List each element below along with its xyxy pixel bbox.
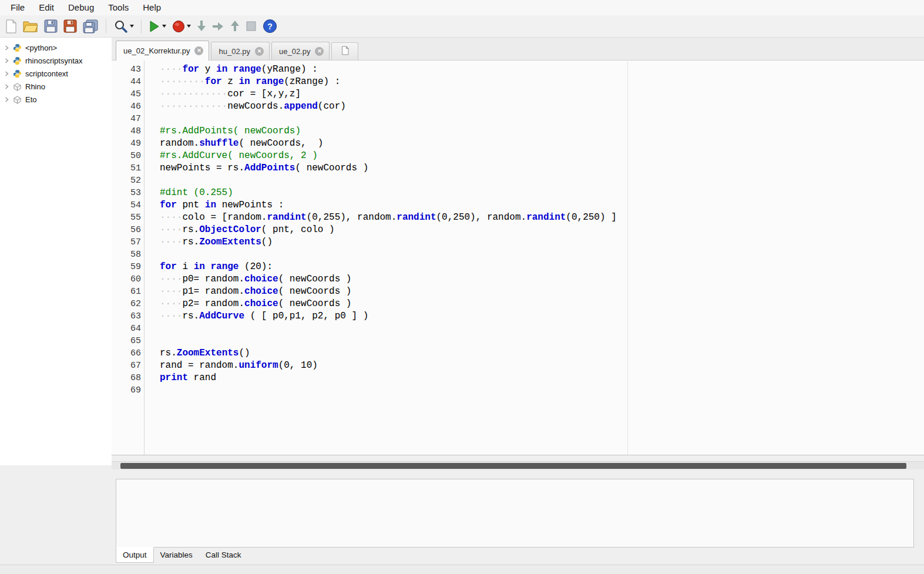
run-script-button[interactable] [146, 17, 169, 36]
line-number[interactable]: 49 [112, 137, 144, 150]
code-line[interactable] [160, 335, 924, 347]
code-line[interactable]: #rs.AddPoints( newCoords) [160, 125, 924, 137]
code-line[interactable] [160, 323, 924, 335]
pause-button[interactable] [243, 17, 259, 36]
bottom-tab-variables[interactable]: Variables [154, 548, 199, 563]
step-over-button[interactable] [210, 17, 227, 36]
code-line[interactable]: ····rs.ZoomExtents() [160, 236, 924, 249]
sidebar-item-scriptcontext[interactable]: scriptcontext [0, 67, 112, 80]
line-number[interactable]: 50 [112, 150, 144, 162]
sidebar-item-eto[interactable]: Eto [0, 93, 112, 106]
code-line[interactable] [160, 384, 924, 397]
code-line[interactable]: #rs.AddCurve( newCoords, 2 ) [160, 150, 924, 162]
new-file-button[interactable] [3, 17, 19, 36]
code-line[interactable]: ····colo = [random.randint(0,255), rando… [160, 212, 924, 224]
close-icon[interactable]: ✕ [194, 46, 203, 55]
line-number[interactable]: 52 [112, 174, 144, 187]
stop-script-button[interactable] [170, 17, 193, 36]
code-line[interactable]: rand = random.uniform(0, 10) [160, 360, 924, 372]
close-icon[interactable]: ✕ [315, 47, 324, 56]
code-line[interactable] [160, 249, 924, 261]
open-file-button[interactable] [21, 17, 41, 36]
line-number[interactable]: 53 [112, 187, 144, 199]
line-number[interactable]: 51 [112, 162, 144, 174]
code-editor[interactable]: 4344454647484950515253545556575859606162… [112, 61, 924, 455]
close-icon[interactable]: ✕ [255, 47, 264, 56]
menu-item-file[interactable]: File [4, 0, 32, 15]
line-number[interactable]: 57 [112, 236, 144, 249]
code-line[interactable]: print rand [160, 372, 924, 384]
line-number[interactable]: 60 [112, 273, 144, 286]
code-line[interactable]: ············newCoords.append(cor) [160, 100, 924, 113]
line-number[interactable]: 65 [112, 335, 144, 347]
sidebar-item-rhinoscriptsyntax[interactable]: rhinoscriptsyntax [0, 54, 112, 67]
code-line[interactable]: rs.ZoomExtents() [160, 347, 924, 360]
code-line[interactable]: ····for y in range(yRange) : [160, 63, 924, 76]
line-number[interactable]: 45 [112, 88, 144, 100]
code-line[interactable]: ····rs.AddCurve ( [ p0,p1, p2, p0 ] ) [160, 310, 924, 323]
line-number[interactable]: 44 [112, 76, 144, 88]
step-into-button[interactable] [194, 17, 209, 36]
line-number[interactable]: 46 [112, 100, 144, 113]
code-line[interactable]: ····p1= random.choice( newCoords ) [160, 286, 924, 298]
code-area[interactable]: ····for y in range(yRange) :········for … [145, 61, 924, 455]
search-button[interactable] [111, 17, 136, 36]
line-number[interactable]: 58 [112, 249, 144, 261]
new-tab-button[interactable] [331, 42, 358, 60]
output-panel[interactable] [116, 479, 914, 548]
chevron-right-icon[interactable] [4, 71, 9, 76]
code-line[interactable]: ····p2= random.choice( newCoords ) [160, 298, 924, 310]
code-line[interactable]: #dint (0.255) [160, 187, 924, 199]
line-number[interactable]: 62 [112, 298, 144, 310]
chevron-right-icon[interactable] [4, 84, 9, 89]
horizontal-scrollbar-thumb[interactable] [120, 463, 906, 469]
save-as-button[interactable] [61, 17, 79, 36]
dropdown-caret-icon[interactable] [162, 25, 166, 28]
tab-ue-02-korrektur-py[interactable]: ue_02_Korrektur.py✕ [116, 41, 209, 61]
line-number[interactable]: 47 [112, 113, 144, 125]
code-line[interactable]: for pnt in newPoints : [160, 199, 924, 212]
code-line[interactable]: random.shuffle( newCoords, ) [160, 137, 924, 150]
code-line[interactable]: ····rs.ObjectColor( pnt, colo ) [160, 224, 924, 236]
code-line[interactable] [160, 174, 924, 187]
line-number[interactable]: 56 [112, 224, 144, 236]
help-button[interactable]: ? [260, 17, 280, 36]
code-line[interactable] [160, 113, 924, 125]
line-number[interactable]: 59 [112, 261, 144, 273]
sidebar-item-rhino[interactable]: Rhino [0, 80, 112, 93]
menu-item-help[interactable]: Help [136, 0, 168, 15]
dropdown-caret-icon[interactable] [187, 25, 191, 28]
bottom-tab-output[interactable]: Output [116, 547, 154, 563]
chevron-right-icon[interactable] [4, 58, 9, 63]
chevron-right-icon[interactable] [4, 45, 9, 51]
line-number[interactable]: 61 [112, 286, 144, 298]
chevron-right-icon[interactable] [4, 97, 9, 102]
step-out-button[interactable] [228, 17, 242, 36]
bottom-tab-call-stack[interactable]: Call Stack [199, 548, 248, 563]
line-number[interactable]: 63 [112, 310, 144, 323]
line-number[interactable]: 48 [112, 125, 144, 137]
line-number[interactable]: 68 [112, 372, 144, 384]
line-number[interactable]: 43 [112, 63, 144, 76]
line-number-gutter[interactable]: 4344454647484950515253545556575859606162… [112, 61, 145, 455]
line-number[interactable]: 67 [112, 360, 144, 372]
code-line[interactable]: ········for z in range(zRange) : [160, 76, 924, 88]
tab-ue-02-py[interactable]: ue_02.py✕ [271, 42, 330, 60]
line-number[interactable]: 55 [112, 212, 144, 224]
code-line[interactable]: for i in range (20): [160, 261, 924, 273]
code-line[interactable]: ····p0= random.choice( newCoords ) [160, 273, 924, 286]
menu-item-tools[interactable]: Tools [101, 0, 136, 15]
code-line[interactable]: ············cor = [x,y,z] [160, 88, 924, 100]
line-number[interactable]: 69 [112, 384, 144, 397]
line-number[interactable]: 64 [112, 323, 144, 335]
dropdown-caret-icon[interactable] [130, 25, 134, 28]
tab-hu-02-py[interactable]: hu_02.py✕ [211, 42, 270, 60]
menu-item-edit[interactable]: Edit [32, 0, 61, 15]
menu-item-debug[interactable]: Debug [61, 0, 101, 15]
save-file-button[interactable] [42, 17, 60, 36]
line-number[interactable]: 54 [112, 199, 144, 212]
save-all-button[interactable] [80, 17, 101, 36]
sidebar-item-python[interactable]: <python> [0, 41, 112, 54]
code-line[interactable]: newPoints = rs.AddPoints( newCoords ) [160, 162, 924, 174]
horizontal-scrollbar[interactable] [112, 461, 924, 469]
